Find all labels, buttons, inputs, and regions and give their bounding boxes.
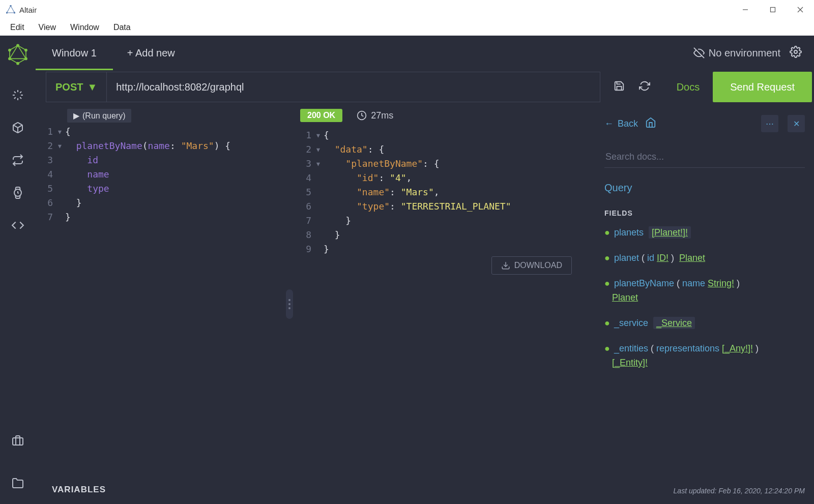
menu-window[interactable]: Window: [63, 21, 106, 34]
svg-rect-5: [771, 8, 775, 12]
loading-icon[interactable]: [11, 88, 24, 102]
settings-button[interactable]: [790, 46, 802, 61]
briefcase-icon[interactable]: [11, 434, 24, 447]
menu-view[interactable]: View: [32, 21, 63, 34]
svg-point-1: [10, 5, 11, 6]
docs-root-type[interactable]: Query: [604, 182, 805, 194]
docs-field[interactable]: ●planet ( id ID! ) Planet: [604, 251, 805, 265]
status-badge: 200 OK: [300, 109, 342, 122]
menubar: Edit View Window Data: [0, 19, 814, 36]
svg-rect-26: [13, 438, 23, 445]
close-button[interactable]: [787, 0, 814, 19]
svg-point-15: [8, 49, 11, 52]
watch-icon[interactable]: [11, 186, 24, 199]
tabs-row: Window 1 + Add new No environment: [36, 36, 814, 70]
docs-back-button[interactable]: ← Back: [604, 118, 638, 129]
arrow-left-icon: ←: [604, 118, 614, 129]
gear-icon: [790, 46, 802, 58]
response-viewer[interactable]: 1▾{2▾ "data": {3▾ "planetByName": {4 "id…: [300, 126, 586, 256]
docs-field[interactable]: ●planetByName ( name String! ) Planet: [604, 276, 805, 305]
docs-field[interactable]: ●planets [Planet!]!: [604, 225, 805, 240]
response-pane: 200 OK 27ms 1▾{2▾ "data": {3▾ "planetByN…: [294, 104, 586, 504]
app-logo-icon: [6, 5, 15, 14]
svg-point-2: [14, 12, 15, 13]
url-field-wrap: [107, 72, 600, 102]
docs-pane: ← Back ⋯ ✕ Query FIELDS ●planets [Planet…: [595, 104, 814, 504]
http-method-label: POST: [55, 81, 83, 93]
docs-back-label: Back: [618, 118, 638, 129]
svg-marker-9: [10, 45, 26, 58]
docs-close-button[interactable]: ✕: [788, 115, 805, 132]
docs-toggle[interactable]: Docs: [663, 81, 713, 93]
folder-icon[interactable]: [11, 477, 24, 490]
query-pane: ▶ (Run query) 1▾{2▾ planetByName(name: "…: [36, 104, 285, 504]
code-icon[interactable]: [11, 219, 24, 232]
docs-home-button[interactable]: [645, 117, 656, 130]
environment-selector[interactable]: No environment: [693, 47, 780, 59]
graphql-logo-icon: [7, 44, 28, 67]
url-bar: POST ▼ Docs Send Request: [36, 70, 814, 104]
query-editor[interactable]: 1▾{2▾ planetByName(name: "Mars") {3 id4 …: [42, 123, 285, 224]
play-icon: ▶: [73, 111, 79, 121]
docs-fields-list: ●planets [Planet!]!●planet ( id ID! ) Pl…: [604, 225, 805, 381]
pane-divider-2: [586, 104, 595, 504]
docs-footer: Last updated: Feb 16, 2020, 12:24:20 PM: [604, 477, 805, 495]
caret-down-icon: ▼: [87, 81, 97, 93]
docs-field[interactable]: ●_service _Service: [604, 316, 805, 330]
svg-marker-0: [7, 6, 15, 13]
window-titlebar: Altair: [0, 0, 814, 19]
http-method-selector[interactable]: POST ▼: [46, 72, 107, 102]
menu-data[interactable]: Data: [106, 21, 138, 34]
run-query-label: (Run query): [82, 111, 125, 121]
pane-divider-1: [285, 104, 294, 504]
run-query-button[interactable]: ▶ (Run query): [67, 109, 131, 123]
resize-handle[interactable]: [286, 289, 293, 319]
add-tab-button[interactable]: + Add new: [113, 47, 189, 59]
minimize-button[interactable]: [732, 0, 759, 19]
tab-window-1[interactable]: Window 1: [36, 36, 113, 70]
send-request-button[interactable]: Send Request: [713, 72, 812, 102]
app-root: Window 1 + Add new No environment POST ▼: [0, 36, 814, 504]
docs-search-input[interactable]: [604, 146, 805, 168]
docs-field[interactable]: ●_entities ( representations [_Any!]! ) …: [604, 341, 805, 370]
svg-point-13: [16, 62, 19, 65]
docs-fields-heading: FIELDS: [604, 209, 805, 217]
save-icon[interactable]: [614, 80, 625, 94]
url-input[interactable]: [116, 81, 590, 93]
main-column: Window 1 + Add new No environment POST ▼: [36, 36, 814, 504]
svg-line-23: [20, 92, 21, 93]
response-time-value: 27ms: [371, 110, 393, 121]
repeat-icon[interactable]: [11, 154, 24, 167]
box-icon[interactable]: [11, 121, 24, 134]
download-label: DOWNLOAD: [514, 261, 562, 270]
download-button[interactable]: DOWNLOAD: [491, 256, 572, 275]
environment-label: No environment: [709, 47, 780, 59]
svg-point-11: [24, 49, 27, 52]
workspace: ▶ (Run query) 1▾{2▾ planetByName(name: "…: [36, 104, 814, 504]
svg-point-28: [794, 50, 797, 53]
download-icon: [501, 261, 510, 270]
docs-more-button[interactable]: ⋯: [761, 115, 778, 132]
svg-point-10: [16, 44, 19, 47]
svg-line-18: [14, 92, 16, 93]
svg-point-12: [24, 57, 27, 60]
maximize-button[interactable]: [759, 0, 787, 19]
window-controls: [732, 0, 814, 19]
svg-line-19: [20, 97, 21, 99]
menu-edit[interactable]: Edit: [3, 21, 32, 34]
eye-off-icon: [693, 47, 705, 58]
reload-icon[interactable]: [639, 80, 650, 94]
variables-toggle[interactable]: VARIABLES: [52, 485, 285, 495]
clock-icon: [357, 110, 367, 121]
svg-line-22: [14, 97, 16, 99]
window-title: Altair: [19, 6, 37, 14]
response-time: 27ms: [357, 110, 393, 121]
svg-point-14: [8, 57, 11, 60]
svg-point-3: [6, 12, 7, 13]
docs-nav: ← Back ⋯ ✕: [604, 115, 805, 132]
left-rail: [0, 36, 36, 504]
